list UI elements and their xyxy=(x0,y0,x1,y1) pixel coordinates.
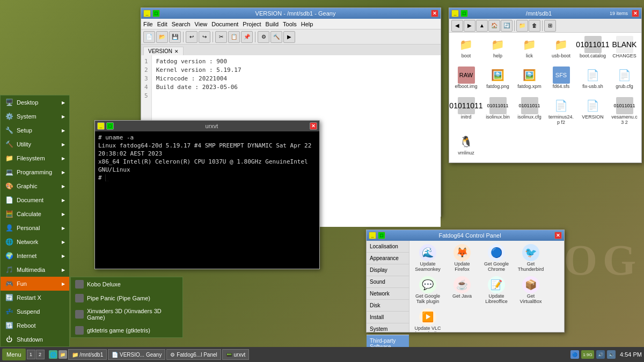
fm-item-isolinuxbin[interactable]: 01011011 isolinux.bin xyxy=(483,96,513,130)
cpanel-libreoffice[interactable]: 📝 Update Libreoffice xyxy=(480,275,513,305)
cpanel-network[interactable]: Network xyxy=(367,288,409,300)
toolbar-cut[interactable]: ✂ xyxy=(215,31,227,43)
fm-item-usb-boot[interactable]: 📁 usb-boot xyxy=(546,35,576,63)
cpanel-disk[interactable]: Disk xyxy=(367,300,409,312)
geany-tab-close[interactable]: ✕ xyxy=(174,49,179,54)
geany-menu-edit[interactable]: Edit xyxy=(157,21,167,27)
fm-item-grubcfg[interactable]: 📄 grub.cfg xyxy=(610,65,639,94)
geany-close-btn[interactable]: ✕ xyxy=(431,10,438,17)
tray-battery-icon[interactable]: 1:9G xyxy=(581,350,594,359)
geany-minimize-btn[interactable]: _ xyxy=(143,10,151,17)
fm-item-vesamenu[interactable]: 01011011 vesamenu.c3 2 xyxy=(610,96,639,130)
taskbar-app-filemanager[interactable]: 📁 /mnt/sdb1 xyxy=(68,349,107,360)
fm-close-btn[interactable]: ✕ xyxy=(632,10,639,17)
fm-item-version[interactable]: 📄 VERSION xyxy=(578,96,608,130)
toolbar-new[interactable]: 📄 xyxy=(143,31,155,43)
fm-item-fixusb[interactable]: 📄 fix-usb.sh xyxy=(578,65,608,94)
fun-kobo[interactable]: Kobo Deluxe xyxy=(71,277,182,291)
fm-view-toggle[interactable]: ⊞ xyxy=(544,20,556,32)
fm-maximize-btn[interactable]: □ xyxy=(460,10,468,17)
cpanel-minimize-btn[interactable]: _ xyxy=(369,232,376,239)
tray-bluetooth-icon[interactable]: 🔵 xyxy=(570,350,579,359)
fun-gtktetris[interactable]: gtktetris game (gtktetris) xyxy=(71,323,182,337)
toolbar-save[interactable]: 💾 xyxy=(169,31,181,43)
menu-internet[interactable]: 🌍 Internet ▶ xyxy=(1,249,69,263)
fm-item-boot[interactable]: 📁 boot xyxy=(451,35,481,63)
fm-back-btn[interactable]: ◀ xyxy=(451,20,463,32)
fm-item-efboot[interactable]: RAW efboot.img xyxy=(451,65,481,94)
toolbar-compile[interactable]: ⚙ xyxy=(258,31,269,43)
menu-utility[interactable]: 🔨 Utility ▶ xyxy=(1,137,69,151)
cpanel-maximize-btn[interactable]: □ xyxy=(378,232,385,239)
cpanel-googletalk[interactable]: 💬 Get Google Talk plugin xyxy=(412,275,444,305)
menu-fun[interactable]: 🎮 Fun ▶ Kobo Deluxe Pipe Panic (Pipe Gam… xyxy=(1,277,69,291)
menu-graphic[interactable]: 🎨 Graphic ▶ xyxy=(1,179,69,193)
geany-menu-view[interactable]: View xyxy=(195,21,208,27)
taskbar-app-terminal[interactable]: 📟 urxvt xyxy=(222,349,249,360)
taskbar-app-geany[interactable]: 📄 VERSIO... Geany xyxy=(108,349,165,360)
fm-delete-btn[interactable]: 🗑 xyxy=(529,20,540,32)
fm-item-changes[interactable]: BLANK CHANGES xyxy=(610,35,639,63)
fm-item-fatdogxpm[interactable]: 🖼️ fatdog.xpm xyxy=(515,65,544,94)
fm-up-btn[interactable]: ▲ xyxy=(476,20,488,32)
menu-network[interactable]: 🌐 Network ▶ xyxy=(1,235,69,249)
toolbar-redo[interactable]: ↪ xyxy=(199,31,210,43)
toolbar-copy[interactable]: 📋 xyxy=(228,31,240,43)
tray-filemanager-icon[interactable]: 📁 xyxy=(58,350,67,359)
fm-item-fd64sfs[interactable]: SFS fd64.sfs xyxy=(546,65,576,94)
geany-maximize-btn[interactable]: □ xyxy=(152,10,160,17)
fm-home-btn[interactable]: 🏠 xyxy=(488,20,500,32)
menu-restart-x[interactable]: 🔄 Restart X xyxy=(1,291,69,305)
menu-setup[interactable]: 🔧 Setup ▶ xyxy=(1,123,69,137)
menu-shutdown[interactable]: ⏻ Shutdown xyxy=(1,333,69,346)
fun-xinvaders[interactable]: Xinvaders 3D (Xinvaders 3D Game) xyxy=(71,305,182,323)
menu-desktop[interactable]: 🖥️ Desktop ▶ xyxy=(1,95,69,109)
cpanel-chrome[interactable]: 🔵 Get Google Chrome xyxy=(480,243,513,273)
cpanel-sound[interactable]: Sound xyxy=(367,276,409,288)
cpanel-display[interactable]: Display xyxy=(367,264,409,276)
menu-suspend[interactable]: 💤 Suspend xyxy=(1,305,69,319)
menu-multimedia[interactable]: 🎵 Multimedia ▶ xyxy=(1,263,69,277)
tray-speaker-icon[interactable]: 🔈 xyxy=(607,350,616,359)
menu-system[interactable]: ⚙️ System ▶ xyxy=(1,109,69,123)
geany-menu-tools[interactable]: Tools xyxy=(283,21,297,27)
fun-pipepanic[interactable]: Pipe Panic (Pipe Game) xyxy=(71,291,182,305)
menu-reboot[interactable]: 🔃 Reboot xyxy=(1,319,69,333)
fm-item-initrd[interactable]: 01011011 initrd xyxy=(451,96,481,130)
taskbar-pager-2[interactable]: 2 xyxy=(36,350,45,359)
terminal-minimize-btn[interactable]: _ xyxy=(97,122,105,130)
cpanel-appearance[interactable]: Appearance xyxy=(367,253,409,264)
cpanel-close-btn[interactable]: ✕ xyxy=(554,232,562,239)
menu-filesystem[interactable]: 📁 Filesystem ▶ xyxy=(1,151,69,165)
menu-calculate[interactable]: 🧮 Calculate ▶ xyxy=(1,207,69,221)
toolbar-build[interactable]: 🔨 xyxy=(270,31,282,43)
fm-item-isolinuxcfg[interactable]: 01011011 isolinux.cfg xyxy=(515,96,544,130)
geany-menu-file[interactable]: File xyxy=(143,21,153,27)
toolbar-paste[interactable]: 📌 xyxy=(241,31,253,43)
fm-item-terminus[interactable]: 📄 terminus24.p f2 xyxy=(546,96,576,130)
cpanel-seamonkey[interactable]: 🌊 Update Seamonkey xyxy=(412,243,444,273)
menu-programming[interactable]: 💻 Programming ▶ xyxy=(1,165,69,179)
cpanel-vlc[interactable]: ▶️ Update VLC luac playlist xyxy=(412,307,444,332)
fm-new-folder-btn[interactable]: 📁 xyxy=(516,20,528,32)
tray-network-icon[interactable]: 🌐 xyxy=(49,350,57,359)
cpanel-thunderbird[interactable]: 🐦 Get Thunderbird xyxy=(515,243,547,273)
cpanel-virtualbox[interactable]: 📦 Get VirtualBox xyxy=(515,275,547,305)
geany-menu-document[interactable]: Document xyxy=(211,21,238,27)
toolbar-open[interactable]: 📂 xyxy=(156,31,168,43)
fm-minimize-btn[interactable]: _ xyxy=(451,10,459,17)
cpanel-java[interactable]: ☕ Get Java xyxy=(446,275,478,305)
toolbar-undo[interactable]: ↩ xyxy=(186,31,197,43)
geany-menu-build[interactable]: Build xyxy=(266,21,279,27)
menu-document[interactable]: 📄 Document ▶ xyxy=(1,193,69,207)
fm-item-lick[interactable]: 📁 lick xyxy=(515,35,544,63)
terminal-close-btn[interactable]: ✕ xyxy=(310,122,317,130)
terminal-content[interactable]: # uname -a Linux fatdog64-20d 5.19.17 #4… xyxy=(95,131,319,269)
fm-item-help[interactable]: 📁 help xyxy=(483,35,513,63)
geany-tab-version[interactable]: VERSION ✕ xyxy=(143,47,184,55)
geany-menu-search[interactable]: Search xyxy=(172,21,191,27)
cpanel-install[interactable]: Install xyxy=(367,312,409,323)
taskbar-pager-1[interactable]: 1 xyxy=(27,350,35,359)
geany-menu-help[interactable]: Help xyxy=(301,21,313,27)
fm-item-fatdogpng[interactable]: 🖼️ fatdog.png xyxy=(483,65,513,94)
